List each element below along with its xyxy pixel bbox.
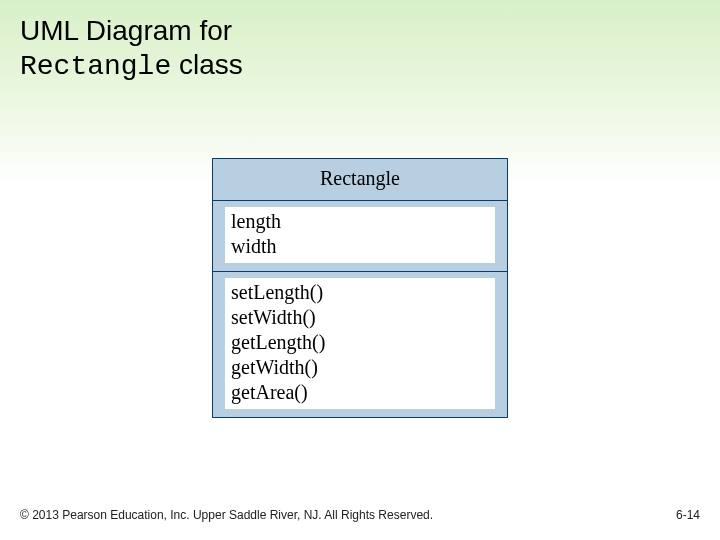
copyright-text: © 2013 Pearson Education, Inc. Upper Sad… — [20, 508, 433, 522]
uml-method: getWidth() — [231, 355, 489, 380]
uml-method: getArea() — [231, 380, 489, 405]
uml-methods-row: setLength() setWidth() getLength() getWi… — [213, 272, 507, 417]
uml-methods: setLength() setWidth() getLength() getWi… — [225, 278, 495, 409]
uml-method: getLength() — [231, 330, 489, 355]
page-number: 6-14 — [676, 508, 700, 522]
slide-title: UML Diagram for Rectangle class — [20, 14, 243, 83]
uml-method: setLength() — [231, 280, 489, 305]
uml-class-name: Rectangle — [320, 167, 400, 189]
uml-attributes: length width — [225, 207, 495, 263]
footer: © 2013 Pearson Education, Inc. Upper Sad… — [20, 508, 700, 522]
title-suffix: class — [171, 49, 243, 80]
uml-attribute: length — [231, 209, 489, 234]
uml-attributes-row: length width — [213, 201, 507, 272]
uml-class-box: Rectangle length width setLength() setWi… — [212, 158, 508, 418]
title-code: Rectangle — [20, 51, 171, 82]
uml-method: setWidth() — [231, 305, 489, 330]
uml-attribute: width — [231, 234, 489, 259]
uml-class-name-row: Rectangle — [213, 159, 507, 201]
title-line1: UML Diagram for — [20, 15, 232, 46]
